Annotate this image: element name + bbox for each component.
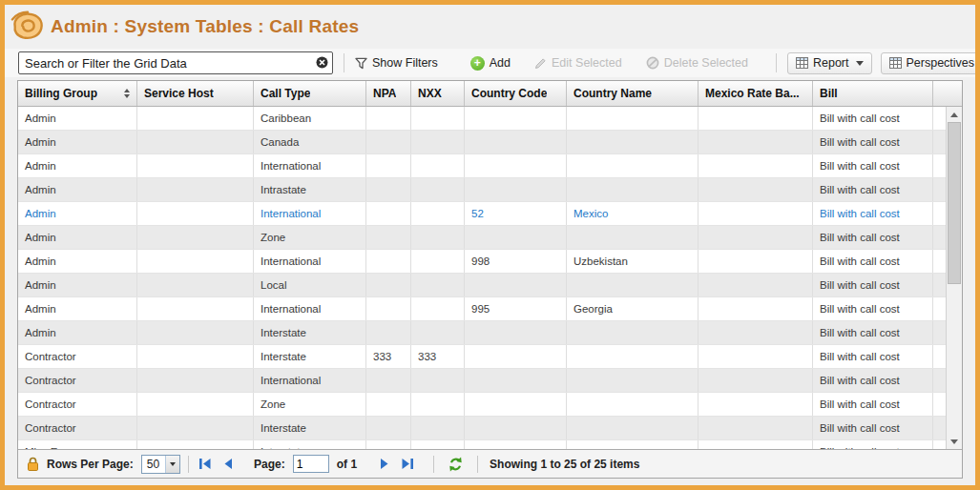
- cell-country_code: 995: [465, 297, 567, 320]
- table-row[interactable]: ContractorInterstateBill with call cost: [18, 417, 962, 440]
- rows-per-page-select[interactable]: 50: [141, 455, 180, 474]
- scrollbar-up-button[interactable]: [947, 107, 962, 122]
- cell-nxx: [411, 202, 465, 225]
- cell-mexico_rate: [699, 250, 813, 273]
- column-header-label: Bill: [820, 87, 838, 100]
- cell-mexico_rate: [699, 345, 813, 368]
- cell-country_name: [567, 345, 699, 368]
- cell-billing_group: Admin: [18, 178, 137, 201]
- perspectives-label: Perspectives: [907, 56, 975, 70]
- next-page-button[interactable]: [378, 459, 391, 469]
- cell-mexico_rate: [699, 321, 813, 344]
- cell-mexico_rate: [699, 226, 813, 249]
- scrollbar-down-button[interactable]: [947, 434, 962, 449]
- table-row[interactable]: AdminZoneBill with call cost: [18, 226, 962, 250]
- table-row[interactable]: AdminInternational998UzbekistanBill with…: [18, 250, 962, 274]
- cell-country_name: Georgia: [567, 297, 699, 320]
- cell-country_code: [465, 274, 567, 296]
- column-header-country_code[interactable]: Country Code: [465, 81, 567, 106]
- cell-country_name: Uzbekistan: [567, 250, 699, 273]
- rows-per-page-value: 50: [142, 458, 165, 471]
- edit-selected-button[interactable]: Edit Selected: [534, 56, 622, 70]
- call-rates-page: Admin : System Tables : Call Rates Show …: [0, 0, 980, 490]
- cell-npa: [366, 178, 411, 201]
- prev-page-button[interactable]: [221, 459, 235, 469]
- cell-call_type: International: [254, 250, 366, 273]
- table-row[interactable]: AdminCanadaBill with call cost: [18, 131, 962, 154]
- table-row[interactable]: AdminInterstateBill with call cost: [18, 321, 962, 345]
- cell-npa: [366, 107, 411, 130]
- toolbar-separator: [776, 53, 777, 72]
- cell-bill: Bill with call cost: [813, 107, 933, 130]
- table-row[interactable]: AdminCaribbeanBill with call cost: [18, 107, 962, 131]
- table-row[interactable]: ContractorInterstate333333Bill with call…: [18, 345, 962, 369]
- cell-call_type: Intrastate: [254, 178, 366, 201]
- cell-country_code: [465, 131, 567, 153]
- cell-service_host: [137, 393, 254, 416]
- refresh-button[interactable]: [448, 457, 464, 472]
- page-input[interactable]: [293, 455, 329, 473]
- table-row[interactable]: Misc ExpenseIntrastateBill with call cos…: [18, 440, 962, 449]
- grid-body: AdminCaribbeanBill with call costAdminCa…: [18, 107, 962, 449]
- search-input[interactable]: [18, 51, 333, 74]
- cell-nxx: [411, 131, 465, 153]
- cell-country_name: [567, 393, 699, 416]
- cell-service_host: [137, 178, 254, 201]
- cell-billing_group: Admin: [18, 226, 137, 249]
- cell-mexico_rate: [699, 274, 813, 296]
- cell-service_host: [137, 321, 254, 344]
- cell-bill: Bill with call cost: [813, 154, 933, 177]
- report-dropdown[interactable]: Report: [787, 52, 872, 74]
- cell-country_code: [465, 226, 567, 249]
- table-row[interactable]: AdminInternational995GeorgiaBill with ca…: [18, 297, 962, 321]
- pager-bar: Rows Per Page: 50 Page: of 1: [18, 449, 962, 478]
- cell-mexico_rate: [699, 107, 813, 130]
- delete-selected-label: Delete Selected: [664, 56, 748, 70]
- column-header-service_host[interactable]: Service Host: [137, 81, 254, 106]
- column-header-country_name[interactable]: Country Name: [567, 81, 699, 106]
- column-header-npa[interactable]: NPA: [366, 81, 411, 106]
- cell-bill: Bill with call cost: [813, 178, 933, 201]
- cell-billing_group: Admin: [18, 274, 137, 296]
- cell-nxx: [411, 178, 465, 201]
- table-row[interactable]: AdminInternationalBill with call cost: [18, 154, 962, 178]
- cell-service_host: [137, 154, 254, 177]
- cell-billing_group: Admin: [18, 131, 137, 153]
- cell-nxx: [411, 154, 465, 177]
- column-header-filler: [933, 81, 962, 106]
- cell-call_type: Interstate: [254, 321, 366, 344]
- page-label: Page:: [254, 458, 285, 471]
- cell-mexico_rate: [699, 154, 813, 177]
- first-page-button[interactable]: [197, 459, 214, 469]
- add-button[interactable]: + Add: [470, 56, 511, 71]
- scrollbar-thumb[interactable]: [948, 122, 961, 284]
- column-header-bill[interactable]: Bill: [813, 81, 933, 106]
- column-header-mexico_rate[interactable]: Mexico Rate Ba...: [699, 81, 813, 106]
- cell-service_host: [137, 202, 254, 225]
- lock-icon: [27, 457, 39, 472]
- search-clear-icon[interactable]: [316, 56, 328, 69]
- last-page-button[interactable]: [399, 459, 416, 469]
- perspectives-dropdown[interactable]: Perspectives: [881, 52, 980, 74]
- table-row[interactable]: AdminInternational52MexicoBill with call…: [18, 202, 962, 226]
- table-row[interactable]: ContractorInternationalBill with call co…: [18, 369, 962, 393]
- table-row[interactable]: AdminLocalBill with call cost: [18, 274, 962, 297]
- column-header-call_type[interactable]: Call Type: [254, 81, 366, 106]
- cell-mexico_rate: [699, 417, 813, 439]
- table-row[interactable]: ContractorZoneBill with call cost: [18, 393, 962, 417]
- vertical-scrollbar[interactable]: [946, 107, 962, 449]
- report-table-icon: [796, 57, 808, 69]
- delete-icon: [646, 56, 659, 70]
- cell-call_type: Zone: [254, 393, 366, 416]
- column-header-billing_group[interactable]: Billing Group: [18, 81, 137, 106]
- cell-country_code: 998: [465, 250, 567, 273]
- delete-selected-button[interactable]: Delete Selected: [646, 56, 748, 70]
- column-header-nxx[interactable]: NXX: [411, 81, 465, 106]
- table-row[interactable]: AdminIntrastateBill with call cost: [18, 178, 962, 202]
- cell-billing_group: Admin: [18, 321, 137, 344]
- cell-country_name: [567, 131, 699, 153]
- sort-icon[interactable]: [124, 89, 130, 98]
- cell-service_host: [137, 417, 254, 439]
- show-filters-button[interactable]: Show Filters: [355, 56, 438, 70]
- scrollbar-track[interactable]: [947, 122, 962, 434]
